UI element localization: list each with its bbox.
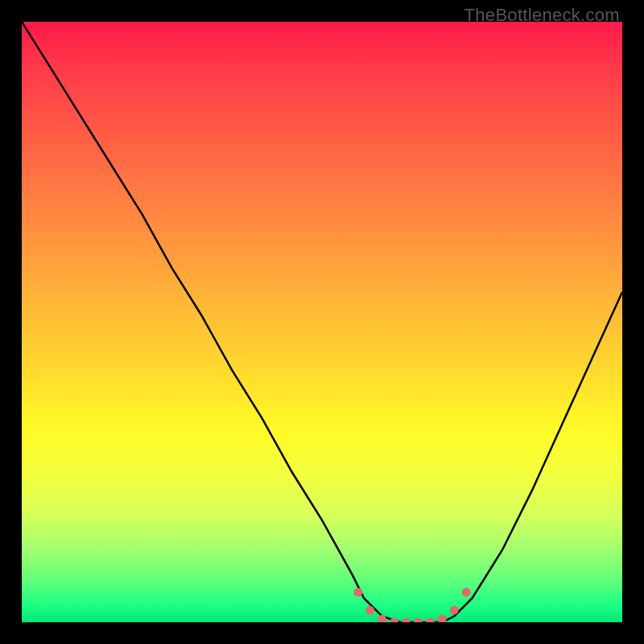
chart-container: TheBottleneck.com (0, 0, 644, 644)
marker-dot (402, 618, 411, 623)
marker-dot (378, 615, 386, 622)
marker-dot (462, 588, 471, 597)
marker-dot (365, 606, 374, 615)
marker-dot (426, 618, 435, 623)
marker-dot (450, 606, 459, 615)
marker-dot (353, 588, 362, 597)
bottleneck-curve-line (22, 22, 622, 622)
marker-dot (438, 615, 447, 622)
chart-svg (22, 22, 622, 622)
marker-dot (414, 618, 423, 623)
